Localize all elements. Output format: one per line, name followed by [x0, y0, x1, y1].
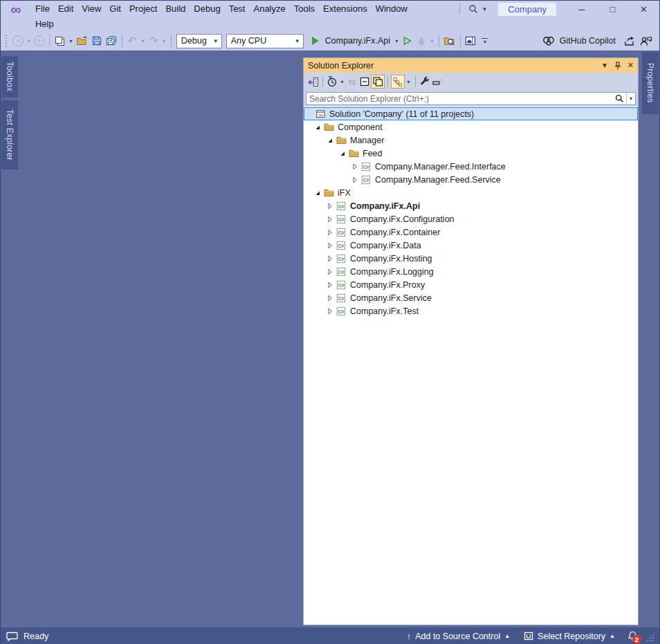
tree-item[interactable]: C#Company.iFx.Test	[304, 304, 638, 318]
show-all-files-icon[interactable]	[371, 75, 385, 89]
toolbar-grip[interactable]	[5, 34, 8, 48]
collapse-all-icon[interactable]	[358, 75, 371, 89]
filter-caret-icon[interactable]: ▼	[338, 80, 346, 84]
tree-item[interactable]: Component	[304, 120, 638, 134]
collapsed-arrow-icon[interactable]	[324, 201, 336, 212]
add-to-source-control-button[interactable]: ↑ Add to Source Control ▲	[403, 627, 514, 644]
tree-item[interactable]: C#Company.iFx.Proxy	[304, 278, 638, 291]
tree-item[interactable]: C#Company.iFx.Logging	[304, 265, 638, 278]
tree-item[interactable]: C#Company.iFx.Configuration	[304, 212, 638, 226]
tree-item[interactable]: C#Company.iFx.Service	[304, 291, 638, 304]
new-project-caret-icon[interactable]: ▼	[67, 39, 75, 44]
github-copilot-icon[interactable]	[542, 36, 556, 46]
toolbar-overflow-button[interactable]: ▼	[478, 33, 492, 48]
menu-item-test[interactable]: Test	[225, 1, 250, 17]
find-in-files-button[interactable]	[442, 33, 457, 48]
collapsed-arrow-icon[interactable]	[324, 240, 336, 251]
start-debugging-button[interactable]	[309, 33, 322, 48]
github-copilot-label[interactable]: GitHub Copilot	[560, 36, 616, 46]
search-icon[interactable]	[612, 93, 626, 104]
close-icon[interactable]: ✕	[627, 62, 634, 69]
navigate-back-caret-icon[interactable]: ▼	[25, 39, 33, 44]
expanded-arrow-icon[interactable]	[337, 148, 348, 159]
menu-item-build[interactable]: Build	[161, 1, 190, 17]
close-button[interactable]: ✕	[628, 1, 659, 17]
menu-item-tools[interactable]: Tools	[290, 1, 319, 17]
menu-item-help[interactable]: Help	[31, 17, 58, 32]
solution-explorer-titlebar[interactable]: Solution Explorer ▼ ✕	[304, 58, 638, 73]
save-button[interactable]	[90, 33, 104, 48]
maximize-button[interactable]: □	[597, 1, 628, 17]
solution-configurations-select[interactable]: Debug ▼	[176, 34, 222, 48]
send-feedback-icon[interactable]	[640, 36, 652, 46]
tree-item[interactable]: C#Company.Manager.Feed.Interface	[304, 160, 638, 173]
sidebar-tab-test-explorer[interactable]: Test Explorer	[1, 100, 18, 169]
startup-project-caret-icon[interactable]: ▼	[393, 39, 401, 44]
tree-item[interactable]: C#Company.Manager.Feed.Service	[304, 173, 638, 186]
tree-item[interactable]: iFX	[304, 186, 638, 199]
start-without-debugging-button[interactable]	[401, 33, 414, 48]
pin-icon[interactable]	[614, 62, 621, 70]
open-file-button[interactable]	[75, 33, 90, 48]
collapsed-arrow-icon[interactable]	[349, 161, 360, 172]
menu-item-window[interactable]: Window	[372, 1, 412, 17]
menu-item-extensions[interactable]: Extensions	[319, 1, 372, 17]
properties-wrench-icon[interactable]	[419, 75, 431, 89]
file-nesting-icon[interactable]	[391, 75, 405, 89]
search-input[interactable]	[306, 93, 612, 104]
sidebar-tab-properties[interactable]: Properties	[642, 52, 659, 114]
collapsed-arrow-icon[interactable]	[324, 266, 336, 277]
resize-grip[interactable]	[645, 630, 655, 643]
menu-item-analyze[interactable]: Analyze	[249, 1, 289, 17]
navigate-forward-button[interactable]: ›	[33, 33, 46, 48]
tree-item[interactable]: C#Company.iFx.Hosting	[304, 252, 638, 265]
hot-reload-caret-icon[interactable]: ▼	[428, 39, 436, 44]
share-icon[interactable]	[624, 36, 636, 46]
menu-item-file[interactable]: File	[31, 1, 54, 17]
minimize-button[interactable]: ─	[566, 1, 597, 17]
navigate-back-button[interactable]: ‹	[11, 33, 25, 48]
sidebar-tab-toolbox[interactable]: Toolbox	[1, 56, 18, 98]
collapsed-arrow-icon[interactable]	[349, 174, 360, 185]
search-options-caret-icon[interactable]: ▼	[626, 93, 635, 104]
collapsed-arrow-icon[interactable]	[324, 214, 336, 225]
expanded-arrow-icon[interactable]	[312, 122, 323, 133]
tree-item[interactable]: Feed	[304, 147, 638, 160]
solution-platforms-select[interactable]: Any CPU ▼	[226, 34, 304, 48]
search-box-value[interactable]: Company	[498, 3, 556, 16]
tree-item[interactable]: C#Company.iFx.Container	[304, 226, 638, 239]
switch-views-icon[interactable]	[306, 75, 320, 89]
redo-caret-icon[interactable]: ▼	[161, 39, 168, 44]
hot-reload-button[interactable]	[414, 33, 428, 48]
sync-with-active-document-icon[interactable]: ⇆	[346, 75, 358, 89]
solution-explorer-search-box[interactable]: ▼	[306, 92, 636, 105]
undo-caret-icon[interactable]: ▼	[139, 39, 147, 44]
new-project-button[interactable]	[53, 33, 67, 48]
expanded-arrow-icon[interactable]	[324, 135, 336, 146]
tree-item[interactable]: C#Company.iFx.Api	[304, 199, 638, 212]
menu-item-edit[interactable]: Edit	[54, 1, 77, 17]
background-tasks-icon[interactable]	[6, 632, 18, 641]
expanded-arrow-icon[interactable]	[312, 187, 323, 199]
tree-item-solution[interactable]: ∞Solution 'Company' (11 of 11 projects)	[304, 107, 638, 120]
menu-item-view[interactable]: View	[77, 1, 105, 17]
undo-button[interactable]: ↶	[125, 33, 139, 48]
preview-selected-items-icon[interactable]	[431, 75, 444, 89]
pending-changes-filter-icon[interactable]	[326, 75, 338, 89]
collapsed-arrow-icon[interactable]	[324, 253, 336, 264]
collapsed-arrow-icon[interactable]	[324, 227, 336, 238]
tree-item[interactable]: Manager	[304, 134, 638, 147]
menu-item-project[interactable]: Project	[125, 1, 161, 17]
save-all-button[interactable]	[104, 33, 119, 48]
window-position-caret-icon[interactable]: ▼	[601, 62, 608, 69]
collapsed-arrow-icon[interactable]	[324, 293, 336, 304]
collapsed-arrow-icon[interactable]	[324, 279, 336, 291]
menu-item-git[interactable]: Git	[105, 1, 125, 17]
file-nesting-caret-icon[interactable]: ▼	[405, 80, 412, 84]
select-repository-button[interactable]: Select Repository ▲	[520, 627, 619, 644]
collapsed-arrow-icon[interactable]	[324, 306, 336, 317]
menu-item-debug[interactable]: Debug	[190, 1, 224, 17]
notifications-button[interactable]: 2	[625, 629, 640, 644]
startup-project-label[interactable]: Company.iFx.Api	[325, 36, 390, 46]
redo-button[interactable]: ↷	[147, 33, 161, 48]
